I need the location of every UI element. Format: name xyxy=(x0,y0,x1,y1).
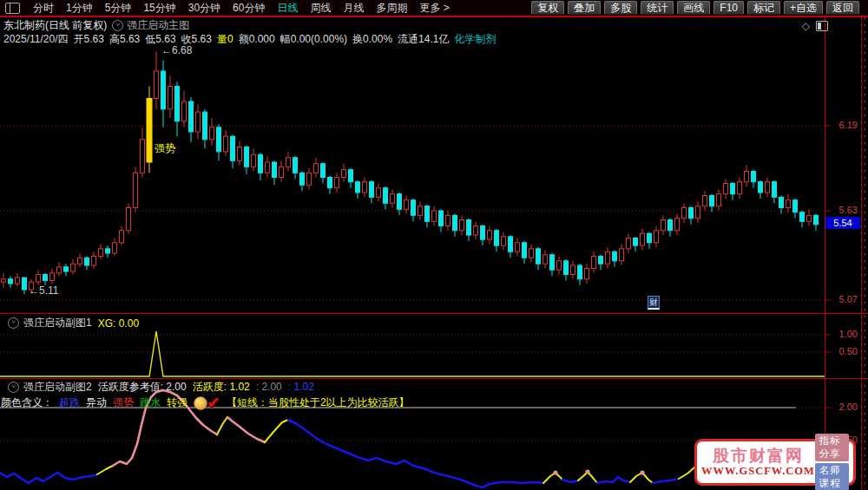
candle xyxy=(321,162,326,184)
chevron-down-icon[interactable]: ˅ xyxy=(112,20,123,31)
activity-line-segment xyxy=(653,479,679,483)
quote-field: 2025/11/20/四 xyxy=(3,33,69,45)
period-tab[interactable]: 30分钟 xyxy=(188,1,220,16)
candle xyxy=(231,135,235,169)
period-tab[interactable]: 日线 xyxy=(277,1,298,16)
red-check-icon: ✔ xyxy=(207,393,220,413)
chevron-down-icon[interactable]: ˅ xyxy=(8,382,19,393)
toolbar-button[interactable]: 复权 xyxy=(531,1,564,15)
diamond-icon[interactable]: ◇ xyxy=(802,20,810,32)
candle xyxy=(467,219,471,241)
candle xyxy=(474,221,478,239)
axis-label: 1.00 xyxy=(825,329,858,339)
layout-panel-icon[interactable] xyxy=(5,3,20,14)
candle xyxy=(168,75,173,118)
candle xyxy=(85,257,89,271)
candle xyxy=(682,203,687,223)
candle xyxy=(196,105,201,140)
candle xyxy=(696,202,700,224)
candle xyxy=(488,226,492,245)
candle xyxy=(279,160,284,181)
price-annotation: 强势 xyxy=(155,141,175,156)
xg-spike-line xyxy=(0,331,825,376)
candle xyxy=(2,273,6,288)
candle xyxy=(550,253,555,276)
toolbar-button[interactable]: 叠加 xyxy=(568,1,601,15)
candle xyxy=(634,237,638,252)
candle xyxy=(738,178,742,199)
candle xyxy=(245,146,249,174)
candle xyxy=(654,226,659,248)
sub2-value: 活跃度参考值: 2.00 xyxy=(98,381,187,393)
candle xyxy=(238,141,242,166)
titlebar: 东北制药(日线 前复权) ˅ 强庄启动主图 xyxy=(3,18,189,33)
candle xyxy=(453,214,457,237)
toolbar-button[interactable]: 统计 xyxy=(641,1,674,15)
candle xyxy=(307,168,312,190)
candle xyxy=(259,154,263,181)
legend-term: 颜色含义： xyxy=(1,395,53,410)
quote-field: 换0.00% xyxy=(352,33,392,45)
candle xyxy=(509,235,513,258)
activity-line-segment xyxy=(265,420,288,442)
candle xyxy=(564,259,569,281)
period-tab[interactable]: 更多 > xyxy=(419,1,449,16)
candle xyxy=(335,173,339,193)
candle xyxy=(759,180,763,199)
stock-title: 东北制药(日线 前复权) xyxy=(3,18,107,33)
candle xyxy=(134,167,138,212)
candle xyxy=(99,245,103,260)
candle xyxy=(502,232,506,251)
legend-term: 异动 xyxy=(86,395,107,410)
period-tab[interactable]: 分时 xyxy=(33,1,54,16)
period-tab[interactable]: 月线 xyxy=(343,1,364,16)
period-tab[interactable]: 15分钟 xyxy=(143,1,175,16)
price-annotation: ←5.11 xyxy=(29,284,58,297)
candle xyxy=(106,245,110,258)
candle xyxy=(689,206,694,225)
candle xyxy=(411,199,416,221)
candle xyxy=(425,205,430,227)
candle xyxy=(516,238,520,257)
candle xyxy=(71,259,76,275)
candle xyxy=(793,199,798,219)
candle xyxy=(543,251,548,269)
candle xyxy=(752,170,756,188)
candle xyxy=(703,191,707,211)
candle xyxy=(113,238,117,257)
color-legend-row: 颜色含义：超跌异动强势跳水转强✔【短线：当股性处于2以上为比较活跃】 xyxy=(1,393,416,413)
quote-info-line: 2025/11/20/四开5.63高5.63低5.63收5.63量0额0.000… xyxy=(3,32,501,47)
signal-dot xyxy=(640,470,644,474)
candle xyxy=(155,51,159,109)
toolbar-button[interactable]: 多股 xyxy=(604,1,637,15)
toolbar-button[interactable]: F10 xyxy=(713,1,744,15)
candle xyxy=(786,194,791,212)
candle xyxy=(210,118,214,146)
toolbar-button[interactable]: 标记 xyxy=(747,1,780,15)
legend-term: 超跌 xyxy=(59,395,80,410)
period-tab[interactable]: 5分钟 xyxy=(105,1,132,16)
split-pane-icon[interactable] xyxy=(816,21,828,31)
activity-line-segment xyxy=(288,420,543,487)
toolbar-button[interactable]: 画线 xyxy=(677,1,710,15)
activity-line-segment xyxy=(97,466,113,474)
candle xyxy=(92,252,96,268)
chevron-down-icon[interactable]: ˅ xyxy=(8,317,19,329)
toolbar-button[interactable]: +自选 xyxy=(784,1,823,15)
toolbar-button[interactable]: 返回 xyxy=(826,1,859,15)
candle xyxy=(141,127,145,178)
quote-field: 额0.000 xyxy=(239,33,275,45)
sub1-value: XG: 0.00 xyxy=(98,317,139,330)
finance-report-marker[interactable]: 财 xyxy=(648,296,660,310)
candle xyxy=(620,245,624,266)
period-tab[interactable]: 60分钟 xyxy=(233,1,265,16)
main-indicator-title: 强庄启动主图 xyxy=(127,18,189,33)
period-tab[interactable]: 1分钟 xyxy=(66,1,93,16)
period-tab[interactable]: 周线 xyxy=(310,1,331,16)
sub1-title: 强庄启动副图1 xyxy=(23,316,92,330)
candle xyxy=(779,196,784,214)
candle xyxy=(557,257,562,275)
period-tab[interactable]: 多周期 xyxy=(376,1,407,16)
last-price-badge: 5.54 xyxy=(825,217,860,229)
candle xyxy=(16,273,20,287)
